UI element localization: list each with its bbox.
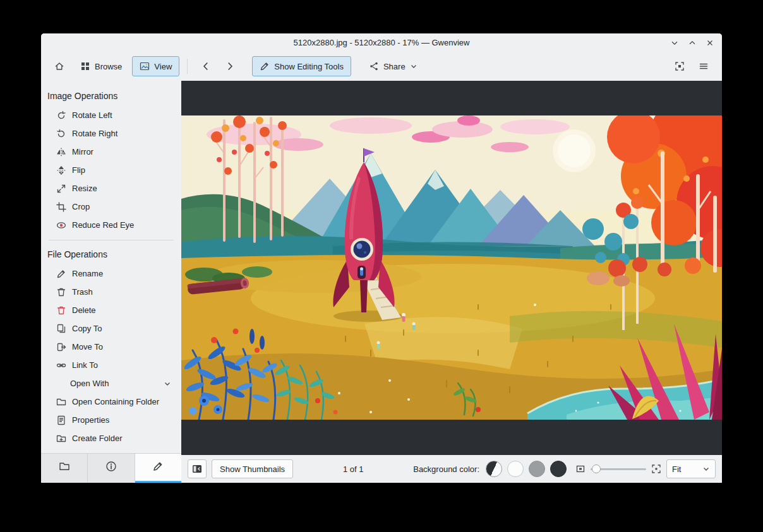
zoom-slider[interactable] — [591, 461, 646, 477]
show-editing-tools-label: Show Editing Tools — [274, 62, 344, 71]
menu-button[interactable] — [693, 56, 714, 76]
browse-button-label: Browse — [95, 62, 122, 71]
forward-icon — [225, 61, 235, 71]
edit-tab-icon — [152, 461, 164, 475]
sidebar-content: Image Operations Rotate Left Rotate Righ… — [41, 81, 181, 453]
sidebar-item-link-to[interactable]: Link To — [41, 356, 181, 374]
sidebar-item-move-to[interactable]: Move To — [41, 338, 181, 356]
zoom-slider-handle[interactable] — [592, 464, 601, 473]
displayed-photo[interactable] — [181, 115, 722, 420]
close-icon[interactable] — [704, 37, 716, 49]
tab-operations[interactable] — [135, 454, 181, 483]
titlebar[interactable]: 5120x2880.jpg - 5120x2880 - 17% — Gwenvi… — [41, 33, 722, 52]
crop-icon — [56, 202, 66, 212]
sidebar-item-crop[interactable]: Crop — [41, 198, 181, 216]
sidebar-item-label: Rename — [72, 269, 103, 278]
zoom-mode-value: Fit — [672, 464, 681, 474]
sidebar-item-label: Open Containing Folder — [72, 397, 159, 406]
sidebar-divider — [49, 240, 174, 240]
sidebar-item-label: Create Folder — [72, 434, 122, 443]
browse-grid-icon — [80, 61, 90, 71]
flip-icon — [56, 165, 66, 175]
minimize-icon[interactable] — [669, 37, 680, 49]
edit-pencil-icon — [260, 61, 270, 71]
sidebar-item-reduce-red-eye[interactable]: Reduce Red Eye — [41, 216, 181, 234]
red-eye-icon — [56, 220, 66, 230]
delete-icon — [56, 305, 66, 316]
sidebar-item-label: Trash — [72, 287, 93, 297]
zoom-mode-dropdown[interactable]: Fit — [666, 459, 716, 478]
rotate-right-icon — [56, 129, 66, 139]
toolbar-separator — [187, 59, 188, 74]
rotate-left-icon — [56, 110, 66, 121]
sidebar-item-open-containing-folder[interactable]: Open Containing Folder — [41, 393, 181, 411]
sidebar-item-label: Properties — [72, 415, 109, 425]
share-button-label: Share — [383, 62, 406, 71]
back-icon — [201, 61, 211, 71]
bg-white-swatch[interactable] — [507, 461, 524, 477]
sidebar-item-label: Mirror — [72, 147, 93, 157]
chevron-down-icon — [164, 380, 171, 387]
sidebar-item-rotate-right[interactable]: Rotate Right — [41, 124, 181, 143]
home-button[interactable] — [49, 56, 70, 76]
sidebar-item-properties[interactable]: Properties — [41, 411, 181, 429]
move-icon — [56, 342, 66, 352]
home-icon — [54, 61, 64, 71]
sidebar-item-label: Link To — [72, 360, 98, 370]
show-editing-tools-button[interactable]: Show Editing Tools — [252, 56, 351, 76]
sidebar-item-label: Copy To — [72, 324, 102, 333]
sidebar-item-label: Resize — [72, 184, 97, 193]
mirror-icon — [56, 147, 66, 157]
maximize-icon[interactable] — [687, 37, 698, 49]
fit-screen-icon — [675, 61, 685, 71]
gwenview-window: 5120x2880.jpg - 5120x2880 - 17% — Gwenvi… — [41, 33, 722, 483]
sidebar-item-label: Delete — [72, 305, 96, 315]
share-button[interactable]: Share — [361, 56, 425, 76]
forward-button[interactable] — [219, 56, 241, 76]
statusbar: Show Thumbnails 1 of 1 Background color: — [181, 455, 722, 483]
sidebar-item-delete[interactable]: Delete — [41, 301, 181, 319]
window-controls — [669, 33, 716, 52]
browse-button[interactable]: Browse — [73, 56, 129, 76]
trash-icon — [56, 287, 66, 297]
bg-auto-swatch[interactable] — [486, 461, 502, 477]
main-toolbar: Browse View Show Editing Tools — [41, 52, 722, 81]
sidebar-item-label: Open With — [70, 379, 109, 388]
sidebar-item-trash[interactable]: Trash — [41, 283, 181, 301]
sidebar-item-rename[interactable]: Rename — [41, 264, 181, 283]
show-thumbnails-button[interactable]: Show Thumbnails — [212, 459, 293, 478]
sidebar-item-create-folder[interactable]: Create Folder — [41, 429, 181, 447]
back-button[interactable] — [195, 56, 217, 76]
show-thumbnails-label: Show Thumbnails — [220, 464, 285, 474]
window-title: 5120x2880.jpg - 5120x2880 - 17% — Gwenvi… — [294, 38, 470, 47]
sidebar-item-copy-to[interactable]: Copy To — [41, 319, 181, 338]
tab-information[interactable] — [88, 454, 135, 483]
resize-icon — [56, 184, 66, 194]
image-operations-title: Image Operations — [41, 83, 181, 106]
hamburger-menu-icon — [699, 61, 709, 71]
zoom-actual-size-icon[interactable] — [651, 464, 661, 474]
fullscreen-button[interactable] — [669, 56, 690, 76]
sidebar-toggle-icon — [191, 463, 203, 475]
bg-dark-swatch[interactable] — [550, 461, 567, 477]
sidebar-item-open-with[interactable]: Open With — [41, 374, 181, 393]
sidebar-item-resize[interactable]: Resize — [41, 179, 181, 198]
desktop: { "window_title": "5120x2880.jpg - 5120x… — [0, 0, 763, 532]
view-button[interactable]: View — [132, 56, 179, 76]
share-icon — [369, 61, 379, 71]
zoom-to-fit-icon[interactable] — [575, 464, 586, 474]
file-operations-title: File Operations — [41, 242, 181, 264]
sidebar-toggle-button[interactable] — [188, 459, 207, 478]
sidebar-item-mirror[interactable]: Mirror — [41, 143, 181, 161]
folder-tab-icon — [59, 461, 70, 475]
photo-illustration — [181, 115, 722, 420]
sidebar-item-rotate-left[interactable]: Rotate Left — [41, 106, 181, 124]
copy-icon — [56, 324, 66, 334]
sidebar-item-flip[interactable]: Flip — [41, 161, 181, 179]
image-viewer[interactable] — [181, 81, 722, 455]
tab-folders[interactable] — [41, 454, 88, 483]
bg-gray-swatch[interactable] — [529, 461, 545, 477]
info-tab-icon — [105, 461, 117, 475]
properties-icon — [56, 415, 66, 425]
rename-icon — [56, 269, 66, 279]
